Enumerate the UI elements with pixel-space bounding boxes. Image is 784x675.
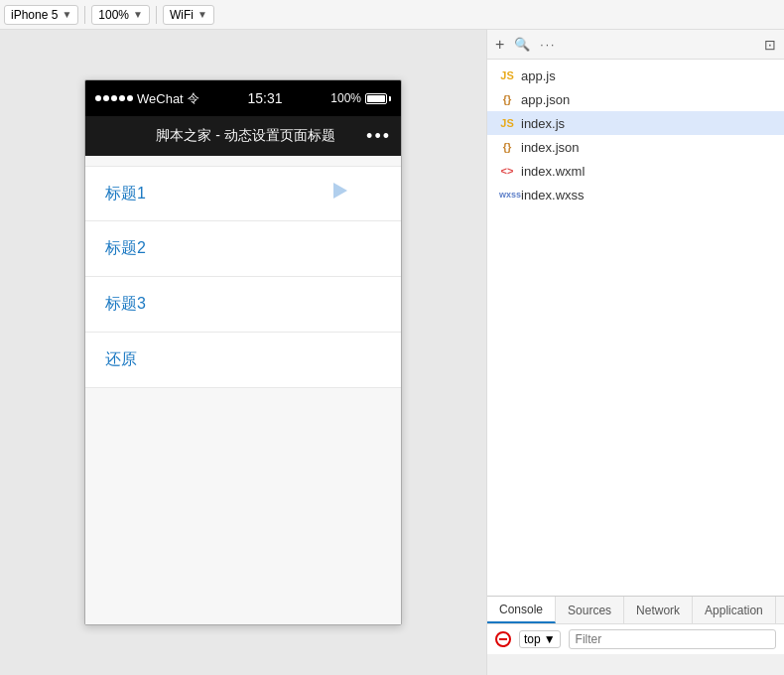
context-selector[interactable]: top ▼	[519, 630, 561, 648]
file-item-indexwxss[interactable]: wxss index.wxss	[487, 183, 784, 206]
restore-label: 还原	[105, 349, 137, 370]
js-icon-2: JS	[499, 117, 515, 129]
devtools-bottom-bar: top ▼	[487, 624, 784, 654]
status-bar: WeChat 令 15:31 100%	[85, 80, 401, 116]
signal-dot-1	[95, 95, 101, 101]
filter-input[interactable]	[569, 629, 776, 649]
signal-dot-5	[127, 95, 133, 101]
list-item-restore[interactable]: 还原	[85, 333, 401, 388]
list-item-title1[interactable]: 标题1	[85, 166, 401, 221]
network-chevron-icon: ▼	[197, 9, 207, 20]
device-selector[interactable]: iPhone 5 ▼	[4, 5, 78, 25]
json-icon: {}	[499, 93, 515, 105]
cursor-indicator	[333, 183, 347, 199]
js-icon: JS	[499, 69, 515, 81]
application-tab-label: Application	[705, 604, 763, 617]
navbar-title: 脚本之家 - 动态设置页面标题	[125, 127, 366, 145]
file-name-indexwxss: index.wxss	[521, 188, 585, 202]
main-area: WeChat 令 15:31 100% 脚本之家 - 动态设	[0, 30, 784, 675]
file-name-appjs: app.js	[521, 68, 556, 83]
no-entry-line	[499, 638, 507, 640]
phone-frame: WeChat 令 15:31 100% 脚本之家 - 动态设	[84, 79, 402, 625]
zoom-selector[interactable]: 100% ▼	[91, 5, 150, 25]
status-left: WeChat 令	[95, 90, 199, 107]
list-item-title2[interactable]: 标题2	[85, 221, 401, 277]
network-tab-label: Network	[636, 604, 680, 617]
devtools-panel: Console Sources Network Application top	[487, 596, 784, 675]
add-file-button[interactable]: +	[495, 36, 504, 54]
file-item-indexwxml[interactable]: <> index.wxml	[487, 159, 784, 183]
device-label: iPhone 5	[11, 8, 58, 22]
battery-pct-label: 100%	[330, 91, 361, 105]
title3-label: 标题3	[105, 294, 146, 315]
sources-tab-label: Sources	[568, 604, 611, 617]
network-selector[interactable]: WiFi ▼	[163, 5, 214, 25]
console-tab-label: Console	[499, 603, 543, 616]
more-options-button[interactable]: ···	[540, 38, 556, 52]
simulator-panel: WeChat 令 15:31 100% 脚本之家 - 动态设	[0, 30, 486, 675]
tab-network[interactable]: Network	[624, 597, 693, 623]
tab-sources[interactable]: Sources	[556, 597, 624, 623]
context-label: top	[524, 632, 541, 646]
device-chevron-icon: ▼	[62, 9, 71, 20]
top-toolbar: iPhone 5 ▼ 100% ▼ WiFi ▼	[0, 0, 784, 30]
signal-dots	[95, 95, 133, 101]
toolbar-divider-1	[84, 6, 85, 24]
clear-console-button[interactable]	[495, 631, 511, 647]
wifi-icon: 令	[188, 90, 199, 107]
user-icon-button[interactable]: ⊡	[764, 37, 776, 53]
devtools-tab-bar: Console Sources Network Application	[487, 597, 784, 624]
file-panel-header: + 🔍 ··· ⊡	[487, 30, 784, 60]
battery-body	[365, 93, 387, 104]
battery-icon	[365, 93, 391, 104]
network-label: WiFi	[170, 8, 194, 22]
status-right: 100%	[330, 91, 391, 105]
file-name-appjson: app.json	[521, 92, 570, 107]
signal-dot-3	[111, 95, 117, 101]
file-item-indexjs[interactable]: JS index.js	[487, 111, 784, 135]
signal-dot-2	[103, 95, 109, 101]
tab-console[interactable]: Console	[487, 597, 556, 623]
phone-content: 标题1 标题2 标题3 还原	[85, 156, 401, 624]
context-chevron-icon: ▼	[544, 632, 556, 646]
file-item-appjson[interactable]: {} app.json	[487, 87, 784, 111]
title1-label: 标题1	[105, 184, 146, 204]
file-item-appjs[interactable]: JS app.js	[487, 64, 784, 87]
file-panel-actions: + 🔍 ···	[495, 36, 556, 54]
wechat-navbar: 脚本之家 - 动态设置页面标题 •••	[85, 116, 401, 156]
title2-label: 标题2	[105, 238, 146, 259]
tab-application[interactable]: Application	[693, 597, 776, 623]
wxss-icon: wxss	[499, 190, 515, 200]
toolbar-divider-2	[156, 6, 157, 24]
signal-dot-4	[119, 95, 125, 101]
file-list: JS app.js {} app.json JS index.js {} ind…	[487, 60, 784, 596]
search-button[interactable]: 🔍	[514, 37, 530, 52]
list-item-title3[interactable]: 标题3	[85, 277, 401, 333]
navbar-more-icon[interactable]: •••	[366, 126, 391, 147]
zoom-label: 100%	[98, 8, 129, 22]
right-panel: + 🔍 ··· ⊡ JS app.js {} app.json JS index…	[486, 30, 784, 675]
file-name-indexjson: index.json	[521, 140, 580, 155]
app-name-label: WeChat	[137, 91, 184, 106]
battery-fill	[367, 95, 385, 102]
battery-tip	[389, 96, 391, 101]
file-name-indexjs: index.js	[521, 116, 565, 131]
wxml-icon: <>	[499, 165, 515, 177]
zoom-chevron-icon: ▼	[133, 9, 143, 20]
file-name-indexwxml: index.wxml	[521, 164, 585, 179]
clock-display: 15:31	[247, 90, 282, 106]
file-item-indexjson[interactable]: {} index.json	[487, 135, 784, 159]
json-icon-2: {}	[499, 141, 515, 153]
